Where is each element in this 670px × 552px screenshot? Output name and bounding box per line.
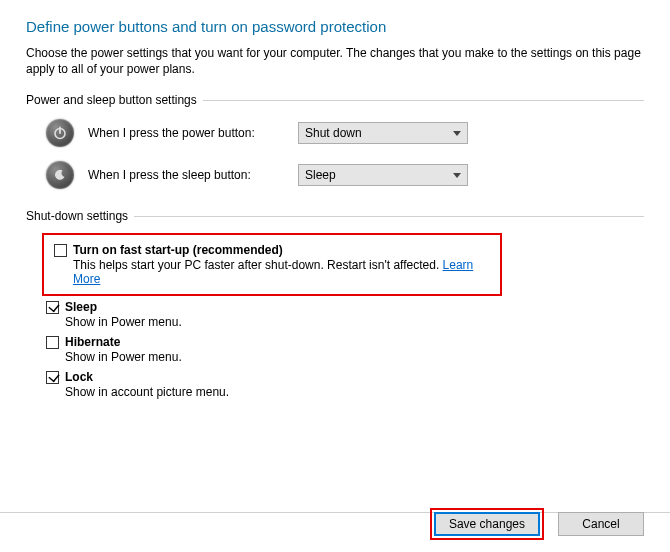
lock-sub: Show in account picture menu.	[65, 385, 644, 399]
power-button-value: Shut down	[305, 126, 453, 140]
page-description: Choose the power settings that you want …	[26, 45, 644, 77]
hibernate-sub: Show in Power menu.	[65, 350, 644, 364]
sleep-checkbox[interactable]	[46, 301, 59, 314]
cancel-button[interactable]: Cancel	[558, 512, 644, 536]
lock-checkbox[interactable]	[46, 371, 59, 384]
sleep-button-label: When I press the sleep button:	[88, 168, 298, 182]
lock-title: Lock	[65, 370, 93, 384]
highlight-save: Save changes	[430, 508, 544, 540]
sleep-sub: Show in Power menu.	[65, 315, 644, 329]
fast-startup-checkbox[interactable]	[54, 244, 67, 257]
highlight-fast-startup: Turn on fast start-up (recommended) This…	[42, 233, 502, 296]
chevron-down-icon	[453, 131, 461, 136]
power-button-select[interactable]: Shut down	[298, 122, 468, 144]
sleep-button-value: Sleep	[305, 168, 453, 182]
fast-startup-sub: This helps start your PC faster after sh…	[73, 258, 443, 272]
fast-startup-title: Turn on fast start-up (recommended)	[73, 243, 283, 257]
divider	[203, 100, 644, 101]
group-label: Power and sleep button settings	[26, 93, 203, 107]
chevron-down-icon	[453, 173, 461, 178]
sleep-button-select[interactable]: Sleep	[298, 164, 468, 186]
sleep-title: Sleep	[65, 300, 97, 314]
page-title: Define power buttons and turn on passwor…	[26, 18, 644, 35]
group-header-shutdown: Shut-down settings	[26, 209, 644, 223]
power-button-row: When I press the power button: Shut down	[46, 117, 644, 149]
group-label: Shut-down settings	[26, 209, 134, 223]
group-header-power-sleep: Power and sleep button settings	[26, 93, 644, 107]
power-button-label: When I press the power button:	[88, 126, 298, 140]
power-icon	[46, 119, 74, 147]
sleep-icon	[46, 161, 74, 189]
hibernate-checkbox[interactable]	[46, 336, 59, 349]
divider	[134, 216, 644, 217]
save-changes-button[interactable]: Save changes	[434, 512, 540, 536]
sleep-button-row: When I press the sleep button: Sleep	[46, 159, 644, 191]
hibernate-title: Hibernate	[65, 335, 120, 349]
